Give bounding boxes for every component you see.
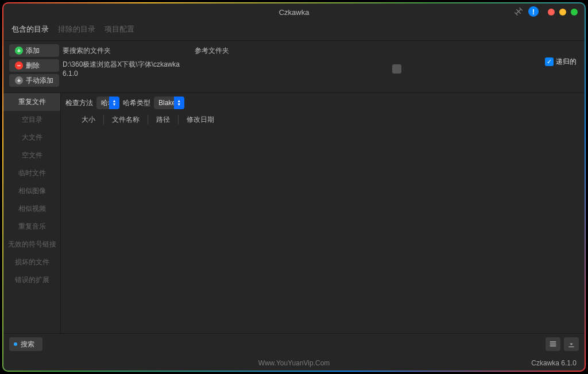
manual-add-button[interactable]: +手动添加: [9, 74, 59, 87]
col-modified[interactable]: 修改日期: [187, 115, 222, 125]
close-window-icon[interactable]: [548, 9, 555, 16]
tab-excluded-dirs[interactable]: 排除的目录: [58, 23, 95, 36]
folder-panel: +添加 −删除 +手动添加 要搜索的文件夹 参考文件夹 D:\360极速浏览器X…: [3, 41, 585, 93]
results-area: 检查方法 哈希 哈希类型 Blake3 大小 文件名称 路径 修改日期: [61, 93, 585, 334]
save-icon: [567, 340, 575, 348]
col-size[interactable]: 大小: [82, 115, 104, 125]
folder-header-reference: 参考文件夹: [195, 46, 541, 56]
col-filename[interactable]: 文件名称: [112, 115, 148, 125]
window-controls: [548, 9, 578, 16]
sidebar-item-big-files[interactable]: 大文件: [3, 129, 60, 146]
svg-rect-1: [550, 344, 556, 345]
check-icon: ✓: [545, 57, 554, 66]
results-table-header: 大小 文件名称 路径 修改日期: [65, 113, 580, 127]
sidebar-item-bad-extensions[interactable]: 错误的扩展: [3, 271, 60, 289]
svg-rect-0: [550, 341, 556, 342]
delete-folder-button[interactable]: −删除: [9, 59, 59, 72]
maximize-window-icon[interactable]: [571, 9, 578, 16]
col-path[interactable]: 路径: [156, 115, 179, 125]
plus-icon: +: [15, 47, 23, 55]
directory-tabs: 包含的目录 排除的目录 项目配置: [3, 21, 585, 41]
sidebar-item-invalid-symlinks[interactable]: 无效的符号链接: [3, 236, 60, 253]
updown-icon: [109, 97, 119, 109]
bottom-toolbar: 搜索: [3, 333, 585, 354]
version-label: Czkawka 6.1.0: [531, 359, 577, 367]
settings-tools-icon[interactable]: [513, 6, 524, 17]
reference-checkbox[interactable]: [392, 64, 401, 74]
updown-icon: [174, 97, 184, 109]
plus-grey-icon: +: [15, 76, 23, 84]
folder-header-search: 要搜索的文件夹: [63, 46, 195, 56]
search-button[interactable]: 搜索: [9, 337, 42, 351]
select-button[interactable]: [546, 337, 560, 351]
sidebar-item-empty-files[interactable]: 空文件: [3, 146, 60, 164]
sidebar-item-broken-files[interactable]: 损坏的文件: [3, 253, 60, 271]
check-method-label: 检查方法: [65, 98, 93, 108]
sidebar-item-similar-videos[interactable]: 相似视频: [3, 200, 60, 218]
footer-text: Www.YouYuanVip.Com: [258, 359, 330, 367]
category-sidebar: 重复文件 空目录 大文件 空文件 临时文件 相似图像 相似视频 重复音乐 无效的…: [3, 93, 61, 334]
tab-project-settings[interactable]: 项目配置: [105, 23, 134, 36]
minimize-window-icon[interactable]: [559, 9, 566, 16]
sidebar-item-empty-dirs[interactable]: 空目录: [3, 111, 60, 129]
folder-row[interactable]: D:\360极速浏览器X下载\字体\czkawka 6.1.0: [63, 59, 541, 79]
footer: Www.YouYuanVip.Com Czkawka 6.1.0: [3, 356, 585, 371]
search-dot-icon: [14, 342, 17, 346]
recursive-toggle[interactable]: ✓ 递归的: [545, 44, 579, 67]
sidebar-item-temp-files[interactable]: 临时文件: [3, 164, 60, 182]
svg-rect-2: [550, 345, 556, 346]
minus-icon: −: [15, 61, 23, 70]
sidebar-item-similar-images[interactable]: 相似图像: [3, 182, 60, 200]
add-folder-button[interactable]: +添加: [9, 44, 59, 57]
select-icon: [549, 340, 557, 348]
hash-type-label: 哈希类型: [123, 98, 150, 108]
save-button[interactable]: [564, 337, 579, 351]
check-method-select[interactable]: 哈希: [96, 97, 119, 109]
titlebar: Czkawka !: [3, 3, 585, 21]
info-icon[interactable]: !: [528, 6, 539, 17]
hash-type-select[interactable]: Blake3: [154, 97, 184, 109]
tab-included-dirs[interactable]: 包含的目录: [11, 23, 49, 36]
sidebar-item-duplicate-files[interactable]: 重复文件: [3, 93, 60, 111]
folder-path: D:\360极速浏览器X下载\字体\czkawka 6.1.0: [63, 60, 195, 78]
app-title: Czkawka: [279, 8, 310, 17]
sidebar-item-duplicate-music[interactable]: 重复音乐: [3, 218, 60, 236]
